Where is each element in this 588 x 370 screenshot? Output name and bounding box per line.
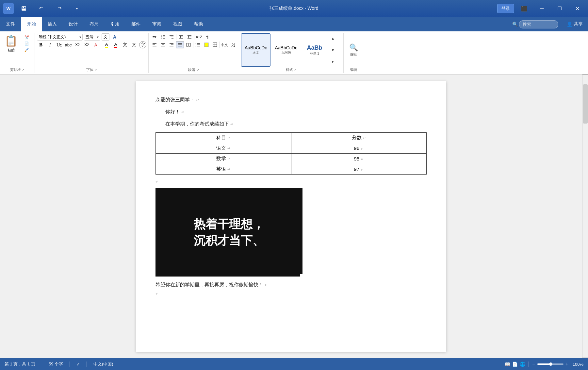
svg-text:3: 3 — [161, 37, 162, 39]
align-center-button[interactable] — [159, 41, 167, 48]
line-spacing-button[interactable] — [194, 41, 202, 48]
styles-dialog-btn[interactable]: ↗ — [294, 68, 297, 72]
paragraph-dialog-btn[interactable]: ↗ — [197, 68, 199, 72]
scroll-thumb[interactable] — [583, 84, 588, 124]
wen-button[interactable]: 文 — [102, 33, 109, 41]
align-center-icon — [160, 42, 166, 47]
font-highlight-button[interactable]: A — [112, 41, 120, 48]
superscript-button[interactable]: X2 — [83, 41, 90, 48]
copy-button[interactable]: 📄 — [21, 41, 33, 46]
minimize-btn[interactable]: ─ — [534, 3, 549, 14]
styles-scroll-up[interactable]: ▲ — [329, 35, 337, 42]
cell-mark: ↵ — [361, 157, 364, 161]
menu-layout[interactable]: 布局 — [84, 17, 105, 31]
menu-mailings[interactable]: 邮件 — [125, 17, 146, 31]
clipboard-dialog-btn[interactable]: ↗ — [22, 68, 24, 72]
zoom-thumb[interactable] — [549, 362, 552, 366]
borders-button[interactable] — [211, 41, 219, 48]
font-settings-btn[interactable]: 文 — [121, 41, 129, 48]
decrease-indent-button[interactable] — [177, 33, 185, 41]
font-family-selector[interactable]: 等线 (中文正文) ▾ — [37, 34, 83, 41]
paste-button[interactable]: 📋 粘贴 — [2, 33, 20, 54]
share-button[interactable]: 👤共享 — [562, 17, 588, 31]
strikethrough-button[interactable]: abc — [64, 41, 72, 48]
zoom-plus-btn[interactable]: + — [565, 361, 568, 367]
underline-button[interactable]: U ▾ — [55, 41, 63, 48]
align-left-button[interactable] — [151, 41, 158, 48]
multilevel-list-button[interactable] — [168, 33, 175, 41]
columns-button[interactable] — [185, 41, 192, 48]
menu-bar: 文件 开始 插入 设计 布局 引用 邮件 审阅 视图 帮助 🔍 👤共享 — [0, 17, 588, 31]
menu-references[interactable]: 引用 — [105, 17, 125, 31]
svg-rect-3 — [23, 7, 24, 8]
menu-design[interactable]: 设计 — [63, 17, 84, 31]
show-marks-button[interactable]: ¶ — [204, 33, 211, 41]
enclosed-chars-btn[interactable]: 字 — [139, 41, 146, 48]
customize-qat-btn[interactable]: ▾ — [69, 3, 84, 14]
separator3 — [194, 34, 194, 40]
styles-scroll-down[interactable]: ▼ — [329, 46, 337, 54]
find-button[interactable]: 🔍 编辑 — [348, 43, 359, 58]
status-divider-2 — [70, 362, 70, 367]
language-indicator[interactable]: 中文(中国) — [93, 361, 113, 367]
numbering-button[interactable]: 123 — [159, 33, 167, 41]
close-btn[interactable]: ✕ — [570, 3, 585, 14]
search-input[interactable] — [519, 20, 558, 28]
image-handle[interactable] — [300, 274, 302, 277]
phonetic-guide-btn[interactable]: 文 — [130, 41, 138, 48]
menu-review[interactable]: 审阅 — [146, 17, 167, 31]
bullets-button[interactable]: ≡▾ — [151, 33, 158, 41]
spell-check-icon[interactable]: ✓ — [76, 362, 80, 367]
zoom-minus-btn[interactable]: − — [532, 361, 535, 367]
menu-view[interactable]: 视图 — [167, 17, 188, 31]
subscript-button[interactable]: X2 — [74, 41, 81, 48]
format-painter-button[interactable]: 🖌️ — [21, 47, 33, 53]
text-direction-btn[interactable]: 文 — [229, 41, 237, 48]
menu-help[interactable]: 帮助 — [188, 17, 209, 31]
zoom-bar-fill — [537, 363, 550, 365]
save-btn[interactable] — [16, 3, 31, 14]
shading-button[interactable] — [203, 41, 210, 48]
menu-home[interactable]: 开始 — [21, 17, 42, 31]
subject-header: 科目 — [216, 135, 226, 140]
align-right-button[interactable] — [168, 41, 175, 48]
underline-dropdown[interactable]: ▾ — [60, 43, 62, 46]
minimize-box-btn[interactable]: ⬛ — [517, 3, 532, 14]
app-icon[interactable]: W — [3, 3, 14, 14]
clear-format-button[interactable]: A — [92, 41, 100, 48]
font-color-button[interactable]: A — [103, 41, 110, 48]
menu-file[interactable]: 文件 — [0, 17, 21, 31]
login-button[interactable]: 登录 — [497, 4, 514, 13]
web-view-btn[interactable]: 🌐 — [520, 362, 525, 367]
doc-greeting: 亲爱的张三同学： ↵ — [155, 94, 427, 105]
columns-icon — [186, 42, 191, 47]
font-size-selector[interactable]: 五号 ▾ — [84, 34, 100, 41]
vertical-scrollbar[interactable] — [582, 75, 588, 358]
sort-button[interactable]: A↕Z — [195, 33, 203, 41]
chinese-layout-btn[interactable]: 中文 — [220, 41, 228, 48]
menu-insert[interactable]: 插入 — [42, 17, 63, 31]
undo-btn[interactable] — [34, 3, 49, 14]
cut-button[interactable]: ✂️ — [21, 35, 33, 40]
restore-btn[interactable]: ❐ — [552, 3, 567, 14]
font-section: 等线 (中文正文) ▾ 五号 ▾ 文 A B I U ▾ abc X2 X2 A — [35, 33, 149, 73]
style-no-spacing[interactable]: AaBbCcDc 无间隔 — [271, 33, 301, 67]
increase-indent-button[interactable] — [186, 33, 193, 41]
zoom-level: 100% — [570, 362, 583, 367]
redo-btn[interactable] — [52, 3, 67, 14]
style-normal[interactable]: AaBbCcDc 正文 — [241, 33, 270, 67]
style-heading1[interactable]: AaBb 标题 1 — [302, 33, 328, 67]
score-english: 97 ↵ — [291, 164, 427, 175]
print-view-btn[interactable]: 📄 — [512, 362, 518, 367]
style-normal-label: 正文 — [253, 50, 259, 55]
font-format-btn[interactable]: A — [111, 33, 119, 41]
bullets-dropdown[interactable]: ▾ — [155, 35, 156, 39]
bold-button[interactable]: B — [37, 41, 45, 48]
font-dialog-btn[interactable]: ↗ — [94, 68, 97, 72]
read-view-btn[interactable]: 📖 — [505, 362, 510, 367]
justify-button[interactable] — [176, 41, 184, 48]
italic-button[interactable]: I — [46, 41, 54, 48]
document-scroll[interactable]: 亲爱的张三同学： ↵ 你好！ ↵ 在本学期，你的考试成绩如下 ↵ 科目 ↵ — [0, 75, 582, 358]
zoom-bar[interactable] — [537, 363, 564, 365]
styles-expand[interactable]: ▾ — [329, 58, 337, 65]
